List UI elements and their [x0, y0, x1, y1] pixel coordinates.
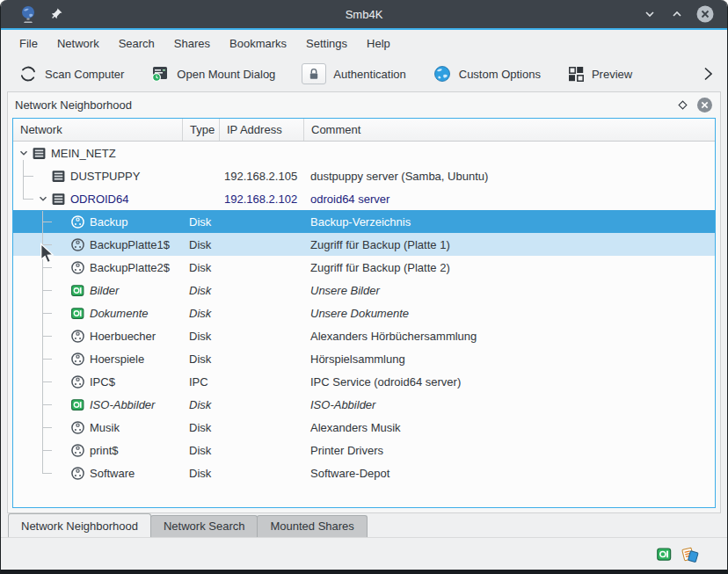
tree-row-bilder[interactable]: BilderDiskUnsere Bilder [13, 279, 715, 302]
mounted-share-indicator-icon[interactable] [656, 546, 673, 563]
host-icon [31, 146, 47, 161]
item-name: Dokumente [85, 307, 148, 320]
tree-row-backupplatte2-[interactable]: BackupPlatte2$DiskZugriff für Backup (Pl… [13, 256, 715, 279]
tree-guide-line [42, 267, 52, 268]
item-name: print$ [85, 444, 119, 457]
share-mounted-icon [69, 397, 85, 412]
item-comment: Zugriff für Backup (Platte 2) [303, 261, 715, 274]
share-icon [69, 420, 85, 435]
item-name: MEIN_NETZ [47, 147, 116, 160]
item-comment: Zugriff für Backup (Platte 1) [303, 238, 715, 251]
item-name: Hoerbuecher [85, 330, 156, 343]
menu-item-shares[interactable]: Shares [164, 33, 220, 54]
statusbar [1, 537, 727, 570]
tree-guide-line [42, 290, 52, 291]
share-mounted-icon [69, 283, 85, 298]
tree-row-hoerspiele[interactable]: HoerspieleDiskHörspielsammlung [13, 347, 715, 370]
titlebar: Smb4K [1, 0, 727, 28]
tree-guide-line [42, 359, 52, 360]
item-name: Musik [85, 421, 120, 434]
item-comment: Hörspielsammlung [303, 352, 715, 366]
tree-expander-icon[interactable] [36, 193, 50, 204]
menu-item-search[interactable]: Search [109, 33, 164, 54]
toolbar-overflow-button[interactable] [699, 65, 717, 83]
tree-guide-line [23, 199, 33, 200]
feedback-icon[interactable] [681, 545, 699, 563]
tree-row-backupplatte1-[interactable]: BackupPlatte1$DiskZugriff für Backup (Pl… [13, 233, 715, 256]
minimize-button[interactable] [641, 5, 659, 23]
tree-guide-line [42, 222, 52, 222]
maximize-button[interactable] [668, 5, 686, 23]
host-icon [50, 192, 66, 207]
network-tree-view: NetworkTypeIP AddressComment MEIN_NETZDU… [12, 118, 716, 508]
tree-row-print-[interactable]: print$DiskPrinter Drivers [13, 439, 715, 461]
toolbar-button-custom-options[interactable]: Custom Options [433, 64, 541, 84]
column-header-type[interactable]: Type [182, 119, 219, 141]
tree-row-odroid64[interactable]: ODROID64192.168.2.102odroid64 server [13, 187, 715, 210]
toolbar-button-preview[interactable]: Preview [567, 65, 632, 83]
item-name: Hoerspiele [85, 352, 144, 366]
item-comment: IPC Service (odroid64 server) [303, 375, 715, 389]
toolbar-button-authentication[interactable]: Authentication [302, 63, 405, 84]
column-header-ip-address[interactable]: IP Address [219, 119, 303, 141]
column-header-network[interactable]: Network [13, 119, 182, 141]
item-comment: Backup-Verzeichnis [303, 215, 715, 229]
tree-row-mein-netz[interactable]: MEIN_NETZ [13, 142, 715, 164]
tree-row-backup[interactable]: BackupDiskBackup-Verzeichnis [13, 210, 715, 233]
menu-item-help[interactable]: Help [357, 33, 400, 54]
tree-expander-icon[interactable] [17, 148, 31, 158]
pin-icon[interactable] [48, 6, 64, 22]
tab-network-search[interactable]: Network Search [150, 515, 258, 537]
dock-tabbar: Network NeighborhoodNetwork SearchMounte… [1, 513, 727, 537]
share-icon [69, 443, 85, 458]
share-mounted-icon [69, 306, 85, 321]
share-icon [69, 260, 85, 275]
tree-row-software[interactable]: SoftwareDiskSoftware-Depot [13, 461, 715, 484]
toolbar-button-scan-computer[interactable]: Scan Computer [18, 64, 124, 84]
framed-icon-box [302, 63, 326, 84]
scan-computer-icon [18, 64, 38, 84]
preview-grid-icon [567, 65, 585, 83]
tab-mounted-shares[interactable]: Mounted Shares [257, 515, 367, 537]
toolbar-button-label: Preview [592, 68, 632, 81]
share-icon [69, 352, 85, 367]
close-panel-button[interactable] [696, 97, 713, 113]
item-comment: Alexanders Musik [303, 421, 715, 434]
item-comment: Unsere Bilder [303, 284, 715, 297]
menu-item-network[interactable]: Network [47, 33, 109, 54]
column-header-comment[interactable]: Comment [303, 119, 715, 141]
tree-guide-line [42, 427, 52, 428]
tree-row-ipc-[interactable]: IPC$IPCIPC Service (odroid64 server) [13, 370, 715, 393]
item-type: Disk [182, 238, 219, 251]
close-button[interactable] [695, 4, 715, 24]
item-name: Bilder [85, 284, 119, 297]
item-name: DUSTPUPPY [66, 170, 140, 183]
tab-network-neighborhood[interactable]: Network Neighborhood [8, 513, 151, 537]
network-neighborhood-panel: Network Neighborhood NetworkTypeIP Addre… [7, 91, 721, 513]
tree-row-musik[interactable]: MusikDiskAlexanders Musik [13, 416, 715, 439]
menu-item-bookmarks[interactable]: Bookmarks [220, 33, 296, 54]
item-comment: Software-Depot [303, 467, 715, 480]
share-icon [69, 466, 85, 481]
item-name: BackupPlatte1$ [85, 238, 170, 251]
item-comment: Printer Drivers [303, 444, 715, 457]
toolbar-button-label: Scan Computer [45, 68, 124, 81]
tree-guide-line [42, 244, 52, 245]
toolbar-button-open-mount-dialog[interactable]: Open Mount Dialog [150, 64, 275, 84]
tree-row-iso-abbilder[interactable]: ISO-AbbilderDiskISO-Abbilder [13, 393, 715, 416]
item-ip: 192.168.2.105 [219, 170, 303, 183]
custom-options-globe-icon [433, 64, 452, 84]
tree-row-dokumente[interactable]: DokumenteDiskUnsere Dokumente [13, 302, 715, 324]
tree-row-hoerbuecher[interactable]: HoerbuecherDiskAlexanders Hörbüchersamml… [13, 324, 715, 347]
item-type: Disk [182, 261, 219, 274]
item-comment: dustpuppy server (Samba, Ubuntu) [303, 170, 715, 183]
app-icon [18, 4, 38, 24]
share-icon [69, 214, 85, 229]
menu-item-file[interactable]: File [10, 33, 47, 54]
authentication-lock-icon [306, 66, 322, 82]
tree-row-dustpuppy[interactable]: DUSTPUPPY192.168.2.105dustpuppy server (… [13, 164, 715, 187]
tree-column-header[interactable]: NetworkTypeIP AddressComment [13, 119, 715, 142]
tree-guide-line [23, 160, 24, 199]
float-panel-button[interactable] [677, 99, 688, 111]
menu-item-settings[interactable]: Settings [296, 33, 357, 54]
